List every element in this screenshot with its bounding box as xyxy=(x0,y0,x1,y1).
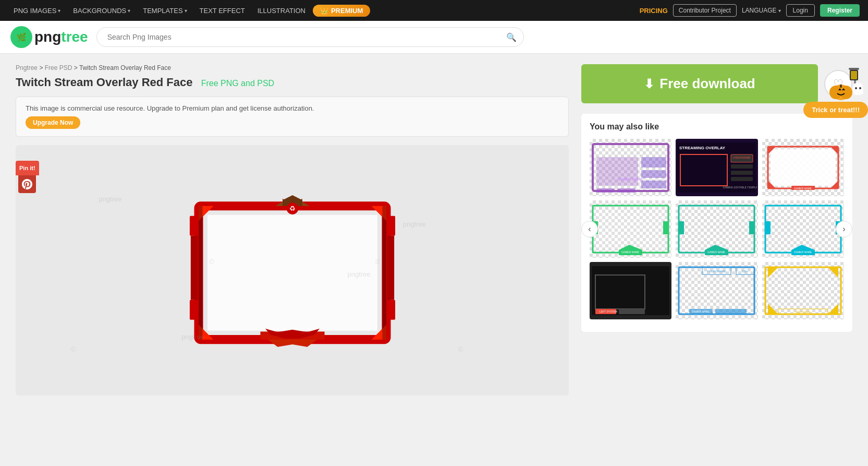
crown-icon: 👑 xyxy=(320,7,328,15)
svg-point-96 xyxy=(859,87,861,89)
trick-or-treat-button[interactable]: Trick or treat!!! xyxy=(803,102,868,118)
svg-text:GAMES NAME: GAMES NAME xyxy=(708,250,726,254)
watermark: © xyxy=(71,345,76,353)
breadcrumb-section[interactable]: Free PSD xyxy=(45,64,72,71)
nav-templates[interactable]: TEMPLATES ▾ xyxy=(138,7,192,15)
svg-rect-9 xyxy=(189,300,198,320)
search-button[interactable]: 🔍 xyxy=(506,32,517,42)
thumbnail-item[interactable]: GAMER NAME xyxy=(762,139,844,196)
language-selector[interactable]: LANGUAGE ▾ xyxy=(742,7,781,14)
thumbnail-item[interactable]: USERNAME STREAMING OVERLAY GAMING EDITAB… xyxy=(676,139,757,196)
thumbnail-item[interactable]: GAMER NAME xyxy=(590,139,671,196)
thumbnail-row-1: GAMER NAME xyxy=(590,139,844,196)
svg-rect-24 xyxy=(596,157,638,186)
svg-text:GAMER NAME: GAMER NAME xyxy=(692,310,710,313)
svg-rect-75 xyxy=(715,309,747,314)
site-logo[interactable]: 🌿 pngtree xyxy=(10,26,88,48)
logo-text: pngtree xyxy=(34,29,88,45)
register-button[interactable]: Register xyxy=(820,4,860,17)
thumbnail-item[interactable]: LEFT SYSTEM xyxy=(590,262,671,319)
svg-marker-81 xyxy=(828,304,838,314)
svg-text:GAMER NAME: GAMER NAME xyxy=(794,187,812,190)
svg-rect-12 xyxy=(386,300,395,320)
nav-illustration[interactable]: ILLUSTRATION xyxy=(252,7,311,15)
svg-rect-49 xyxy=(596,209,665,249)
svg-marker-55 xyxy=(705,245,728,255)
page-title: Twitch Stream Overlay Red Face Free PNG … xyxy=(16,76,569,89)
thumbnail-item[interactable]: GAMES NAME xyxy=(676,200,757,258)
breadcrumb: Pngtree > Free PSD > Twitch Stream Overl… xyxy=(16,64,569,71)
svg-text:♻: ♻ xyxy=(289,205,296,212)
carousel-prev-button[interactable]: ‹ xyxy=(581,221,598,237)
nav-text-effect[interactable]: TEXT EFFECT xyxy=(194,7,250,15)
svg-rect-27 xyxy=(641,181,666,188)
watermark: © xyxy=(209,258,214,266)
svg-text:GAMER NAME: GAMER NAME xyxy=(618,177,643,181)
also-like-title: You may also like xyxy=(590,122,844,132)
svg-rect-67 xyxy=(619,309,645,314)
premium-button[interactable]: 👑 PREMIUM xyxy=(313,5,370,17)
carousel-next-button[interactable]: › xyxy=(836,221,852,237)
main-product-image: ♻ xyxy=(162,176,423,364)
svg-rect-62 xyxy=(765,221,771,234)
svg-rect-22 xyxy=(382,206,386,340)
content-area: Pngtree > Free PSD > Twitch Stream Overl… xyxy=(16,64,569,396)
breadcrumb-current: Twitch Stream Overlay Red Face xyxy=(79,64,171,71)
site-header: 🌿 pngtree 🔍 xyxy=(0,21,868,54)
svg-rect-35 xyxy=(731,171,753,175)
svg-rect-85 xyxy=(849,68,859,70)
contributor-button[interactable]: Contributor Project xyxy=(673,4,737,17)
login-button[interactable]: Login xyxy=(786,4,815,17)
logo-icon: 🌿 xyxy=(10,26,32,48)
thumbnail-item[interactable]: GAMER NAME xyxy=(762,200,844,258)
free-download-button[interactable]: ⬇ Free download xyxy=(581,64,818,103)
chevron-down-icon: ▾ xyxy=(778,8,781,14)
svg-rect-41 xyxy=(771,149,836,186)
thumbnail-item[interactable]: GAMED NAME xyxy=(590,200,671,258)
thumbnail-item[interactable]: YOUR NAME 620+ GAMER NAME xyxy=(676,262,757,319)
svg-marker-80 xyxy=(768,304,778,314)
main-content: Pngtree > Free PSD > Twitch Stream Overl… xyxy=(0,54,868,406)
pinterest-icon[interactable] xyxy=(18,175,36,193)
svg-text:USERNAME: USERNAME xyxy=(733,156,751,159)
svg-rect-64 xyxy=(592,266,669,315)
svg-text:USER NAME: USER NAME xyxy=(795,310,811,314)
svg-rect-57 xyxy=(679,221,684,234)
svg-rect-26 xyxy=(641,170,666,178)
svg-point-90 xyxy=(840,86,852,99)
svg-text:🌿: 🌿 xyxy=(16,32,27,42)
watermark: pngtree xyxy=(99,195,121,203)
thumbnail-row-2: GAMED NAME GAMES NAME xyxy=(590,200,844,258)
svg-rect-36 xyxy=(731,177,753,181)
you-may-also-like: You may also like ‹ xyxy=(581,114,852,332)
svg-text:GAMED NAME: GAMED NAME xyxy=(621,250,640,254)
upgrade-now-button[interactable]: Upgrade Now xyxy=(26,116,80,129)
svg-marker-79 xyxy=(828,267,838,278)
nav-backgrounds[interactable]: BACKGROUNDS ▾ xyxy=(68,7,136,15)
svg-rect-77 xyxy=(765,267,841,314)
halloween-image xyxy=(821,63,868,102)
svg-rect-3 xyxy=(207,215,377,331)
search-bar: 🔍 xyxy=(96,27,524,47)
watermark: © xyxy=(458,345,463,353)
thumbnail-item[interactable]: USER NAME xyxy=(762,262,844,319)
pin-label[interactable]: Pin it! xyxy=(16,161,39,175)
svg-text:LEFT SYSTEM: LEFT SYSTEM xyxy=(600,310,617,313)
thumbnail-row-3: LEFT SYSTEM YOUR NAME 620+ xyxy=(590,262,844,319)
svg-text:620+: 620+ xyxy=(742,270,748,273)
svg-text:GAMING EDITABLE TEMPLATE: GAMING EDITABLE TEMPLATE xyxy=(723,186,757,189)
nav-png-images[interactable]: PNG IMAGES ▾ xyxy=(8,7,66,15)
search-input[interactable] xyxy=(96,27,524,47)
chevron-down-icon: ▾ xyxy=(58,8,60,14)
svg-rect-13 xyxy=(387,236,394,300)
watermark: © xyxy=(375,258,381,266)
svg-marker-78 xyxy=(768,267,778,278)
breadcrumb-home[interactable]: Pngtree xyxy=(16,64,38,71)
halloween-widget: Trick or treat!!! xyxy=(803,63,868,118)
pricing-link[interactable]: PRICING xyxy=(640,7,668,15)
commercial-notice: This image is commercial use resource. U… xyxy=(16,97,569,137)
svg-rect-25 xyxy=(641,157,666,168)
thumbnail-carousel: ‹ GAMER NAME xyxy=(590,139,844,319)
chevron-down-icon: ▾ xyxy=(128,8,130,14)
svg-rect-21 xyxy=(199,206,203,340)
